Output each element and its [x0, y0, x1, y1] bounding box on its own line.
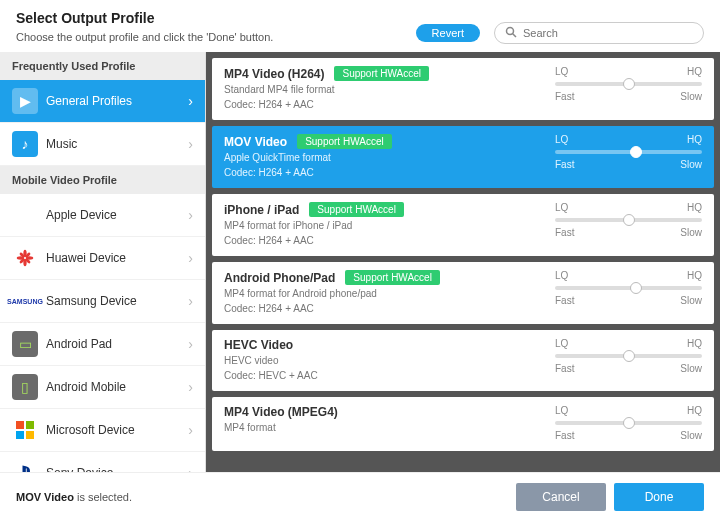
search-field[interactable]: [494, 22, 704, 44]
slider-slow-label: Slow: [680, 227, 702, 238]
slider-fast-label: Fast: [555, 227, 574, 238]
sidebar-item[interactable]: ▯Android Mobile›: [0, 366, 205, 409]
slider-thumb[interactable]: [630, 282, 642, 294]
tablet-icon: ▭: [12, 331, 38, 357]
sidebar-item-label: Android Pad: [46, 337, 188, 351]
sidebar-item-label: Samsung Device: [46, 294, 188, 308]
slider-lq-label: LQ: [555, 134, 568, 145]
search-input[interactable]: [523, 27, 693, 39]
sidebar-item[interactable]: ♪Music›: [0, 123, 205, 166]
quality-slider[interactable]: [555, 218, 702, 222]
sidebar-item-label: Music: [46, 137, 188, 151]
quality-slider[interactable]: [555, 286, 702, 290]
status-selected-name: MOV Video: [16, 491, 74, 503]
slider-lq-label: LQ: [555, 66, 568, 77]
profile-title: iPhone / iPad: [224, 203, 299, 217]
music-icon: ♪: [12, 131, 38, 157]
sidebar-item[interactable]: SAMSUNGSamsung Device›: [0, 280, 205, 323]
profile-description: MP4 format for Android phone/pad: [224, 288, 547, 299]
sidebar-item-label: Microsoft Device: [46, 423, 188, 437]
profile-card[interactable]: MOV VideoSupport HWAccelApple QuickTime …: [212, 126, 714, 188]
slider-slow-label: Slow: [680, 363, 702, 374]
slider-slow-label: Slow: [680, 159, 702, 170]
header: Select Output Profile Choose the output …: [0, 0, 720, 52]
chevron-right-icon: ›: [188, 207, 193, 223]
profile-codec: Codec: H264 + AAC: [224, 99, 547, 110]
sidebar-item[interactable]: ▶General Profiles›: [0, 80, 205, 123]
sidebar-item-label: Sony Device: [46, 466, 188, 472]
playstation-icon: [12, 460, 38, 472]
chevron-right-icon: ›: [188, 250, 193, 266]
slider-thumb[interactable]: [623, 78, 635, 90]
chevron-right-icon: ›: [188, 93, 193, 109]
status-text: MOV Video is selected.: [16, 491, 508, 503]
slider-thumb[interactable]: [630, 146, 642, 158]
slider-fast-label: Fast: [555, 91, 574, 102]
profile-card[interactable]: Android Phone/PadSupport HWAccelMP4 form…: [212, 262, 714, 324]
sidebar-item[interactable]: Apple Device›: [0, 194, 205, 237]
profile-codec: Codec: H264 + AAC: [224, 167, 547, 178]
slider-lq-label: LQ: [555, 202, 568, 213]
profile-card[interactable]: iPhone / iPadSupport HWAccelMP4 format f…: [212, 194, 714, 256]
quality-slider[interactable]: [555, 421, 702, 425]
chevron-right-icon: ›: [188, 336, 193, 352]
chevron-right-icon: ›: [188, 379, 193, 395]
quality-slider[interactable]: [555, 82, 702, 86]
chevron-right-icon: ›: [188, 293, 193, 309]
quality-slider[interactable]: [555, 354, 702, 358]
slider-thumb[interactable]: [623, 214, 635, 226]
done-button[interactable]: Done: [614, 483, 704, 511]
profile-description: Apple QuickTime format: [224, 152, 547, 163]
profile-list: MP4 Video (H264)Support HWAccelStandard …: [206, 52, 720, 472]
slider-fast-label: Fast: [555, 295, 574, 306]
slider-hq-label: HQ: [687, 66, 702, 77]
phone-icon: ▯: [12, 374, 38, 400]
profile-description: HEVC video: [224, 355, 547, 366]
sidebar: Frequently Used Profile▶General Profiles…: [0, 52, 206, 472]
sidebar-group-header: Mobile Video Profile: [0, 166, 205, 194]
profile-description: MP4 format: [224, 422, 547, 433]
hwaccel-badge: Support HWAccel: [345, 270, 440, 285]
profile-title: HEVC Video: [224, 338, 293, 352]
profile-codec: Codec: H264 + AAC: [224, 303, 547, 314]
slider-lq-label: LQ: [555, 405, 568, 416]
slider-thumb[interactable]: [623, 350, 635, 362]
profile-card[interactable]: MP4 Video (H264)Support HWAccelStandard …: [212, 58, 714, 120]
revert-button[interactable]: Revert: [416, 24, 480, 42]
chevron-right-icon: ›: [188, 422, 193, 438]
sidebar-item-label: Apple Device: [46, 208, 188, 222]
slider-thumb[interactable]: [623, 417, 635, 429]
sidebar-item[interactable]: Microsoft Device›: [0, 409, 205, 452]
slider-fast-label: Fast: [555, 430, 574, 441]
page-subtitle: Choose the output profile and click the …: [16, 31, 416, 43]
slider-fast-label: Fast: [555, 159, 574, 170]
hwaccel-badge: Support HWAccel: [309, 202, 404, 217]
profile-codec: Codec: H264 + AAC: [224, 235, 547, 246]
page-title: Select Output Profile: [16, 10, 416, 26]
chevron-right-icon: ›: [188, 465, 193, 472]
slider-hq-label: HQ: [687, 405, 702, 416]
chevron-right-icon: ›: [188, 136, 193, 152]
slider-slow-label: Slow: [680, 430, 702, 441]
profile-title: MP4 Video (H264): [224, 67, 324, 81]
sidebar-item[interactable]: ▭Android Pad›: [0, 323, 205, 366]
apple-icon: [12, 202, 38, 228]
slider-hq-label: HQ: [687, 134, 702, 145]
profile-card[interactable]: HEVC VideoHEVC videoCodec: HEVC + AACLQH…: [212, 330, 714, 391]
svg-point-0: [507, 27, 514, 34]
quality-slider[interactable]: [555, 150, 702, 154]
slider-fast-label: Fast: [555, 363, 574, 374]
profile-title: MP4 Video (MPEG4): [224, 405, 338, 419]
samsung-icon: SAMSUNG: [12, 288, 38, 314]
slider-lq-label: LQ: [555, 270, 568, 281]
sidebar-item[interactable]: Huawei Device›: [0, 237, 205, 280]
sidebar-item[interactable]: Sony Device›: [0, 452, 205, 472]
cancel-button[interactable]: Cancel: [516, 483, 606, 511]
huawei-icon: [12, 245, 38, 271]
profile-title: MOV Video: [224, 135, 287, 149]
sidebar-item-label: General Profiles: [46, 94, 188, 108]
profile-card[interactable]: MP4 Video (MPEG4)MP4 formatLQHQFastSlow: [212, 397, 714, 451]
hwaccel-badge: Support HWAccel: [297, 134, 392, 149]
profile-description: MP4 format for iPhone / iPad: [224, 220, 547, 231]
slider-slow-label: Slow: [680, 295, 702, 306]
